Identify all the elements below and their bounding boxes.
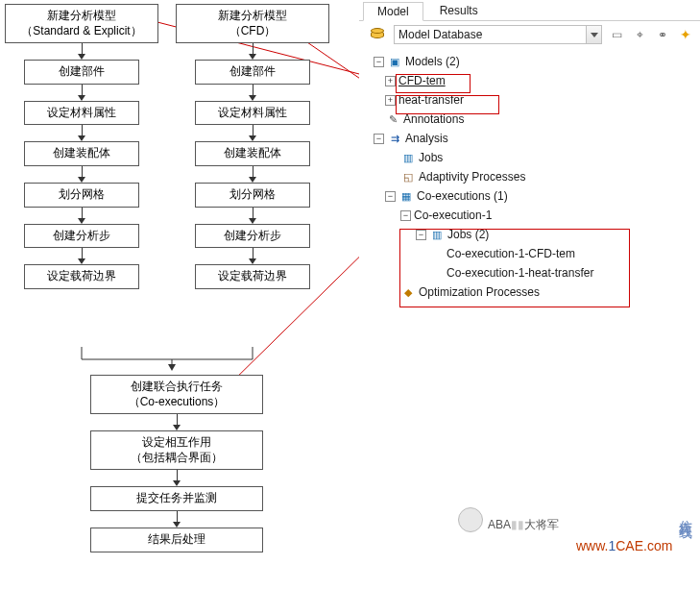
node-load-b: 设定载荷边界 <box>195 264 310 289</box>
node-interaction: 设定相互作用 （包括耦合界面） <box>90 430 263 470</box>
node-new-model-cfd: 新建分析模型 （CFD） <box>176 4 329 43</box>
tree-models[interactable]: Models (2) <box>405 55 460 68</box>
flow-merged: 创建联合执行任务 （Co-executions） 设定相互作用 （包括耦合界面）… <box>90 367 263 552</box>
node-assembly-b: 创建装配体 <box>195 141 310 166</box>
tab-results[interactable]: Results <box>425 1 493 20</box>
node-assembly-a: 创建装配体 <box>24 141 139 166</box>
tree-coexec-jobs[interactable]: Jobs (2) <box>447 228 489 241</box>
tree-analysis[interactable]: Analysis <box>405 132 448 145</box>
model-database-combo[interactable]: Model Database <box>394 25 602 44</box>
chevron-down-icon[interactable] <box>586 26 601 43</box>
node-create-part-b: 创建部件 <box>195 60 310 85</box>
coexec-jobs-icon: ▥ <box>429 228 445 241</box>
tab-model[interactable]: Model <box>363 2 423 21</box>
tree-coexec-job2[interactable]: Co-execution-1-heat-transfer <box>447 266 593 280</box>
tree-annotations[interactable]: Annotations <box>403 112 464 126</box>
watermark-side: 仿真在线 <box>677 509 694 517</box>
link-icon[interactable]: ⚭ <box>654 26 671 43</box>
jobs-icon: ▥ <box>400 151 416 164</box>
node-mesh-a: 划分网格 <box>24 183 139 208</box>
node-step-a: 创建分析步 <box>24 224 139 249</box>
watermark-site: www.1CAE.com <box>576 538 672 553</box>
tree-optimization[interactable]: Optimization Processes <box>419 285 540 299</box>
node-material-a: 设定材料属性 <box>24 101 139 126</box>
combo-label: Model Database <box>395 28 586 41</box>
node-new-model-std: 新建分析模型 （Standard & Explicit） <box>5 4 158 43</box>
flow-col-standard: 新建分析模型 （Standard & Explicit） 创建部件 设定材料属性… <box>5 4 158 289</box>
expand-analysis[interactable]: − <box>374 134 384 144</box>
expand-model2[interactable]: + <box>385 95 396 106</box>
tree-model-cfd[interactable]: CFD-tem <box>398 74 446 87</box>
wechat-logo-icon <box>458 507 483 532</box>
node-create-part-a: 创建部件 <box>24 60 139 85</box>
expand-models[interactable]: − <box>374 57 384 67</box>
tree-coexec-job1[interactable]: Co-execution-1-CFD-tem <box>447 247 575 260</box>
models-icon: ▣ <box>387 55 402 68</box>
tree-adaptivity[interactable]: Adaptivity Processes <box>419 170 525 184</box>
node-load-a: 设定载荷边界 <box>24 264 139 289</box>
tabs: Model Results <box>359 0 700 21</box>
model-tree-panel: Model Results Model Database ▭ ⌖ ⚭ ✦ − ▣… <box>359 0 700 589</box>
node-material-b: 设定材料属性 <box>195 101 310 126</box>
tree-coexec[interactable]: Co-executions (1) <box>417 189 508 203</box>
analysis-icon: ⇉ <box>387 132 402 145</box>
tree-coexec1[interactable]: Co-execution-1 <box>414 209 492 222</box>
database-icon <box>371 28 388 41</box>
flow-col-cfd: 新建分析模型 （CFD） 创建部件 设定材料属性 创建装配体 划分网格 创建分析… <box>176 4 329 289</box>
model-tree: − ▣ Models (2) + CFD-tem + heat-transfer… <box>359 50 700 302</box>
coexec-icon: ▦ <box>398 189 414 203</box>
expand-coexec-jobs[interactable]: − <box>416 230 426 240</box>
tree-model-heat[interactable]: heat-transfer <box>398 93 464 107</box>
expand-coexec[interactable]: − <box>385 191 396 202</box>
tips-icon[interactable]: ✦ <box>677 26 694 43</box>
node-postproc: 结果后处理 <box>90 528 263 552</box>
watermark-wechat: ABA▮▮大将军 <box>488 517 559 533</box>
filter-icon[interactable]: ⌖ <box>631 26 648 43</box>
tree-jobs[interactable]: Jobs <box>419 151 443 164</box>
expand-coexec1[interactable]: − <box>400 210 411 221</box>
adaptivity-icon: ◱ <box>400 170 416 184</box>
set-path-icon[interactable]: ▭ <box>608 26 625 43</box>
optimization-icon: ◆ <box>400 285 416 299</box>
tree-toolbar: Model Database ▭ ⌖ ⚭ ✦ <box>359 21 700 50</box>
node-mesh-b: 划分网格 <box>195 183 310 208</box>
node-coexec: 创建联合执行任务 （Co-executions） <box>90 375 263 414</box>
node-submit: 提交任务并监测 <box>90 486 263 511</box>
annotations-icon: ✎ <box>385 112 400 126</box>
node-step-b: 创建分析步 <box>195 224 310 249</box>
expand-model1[interactable]: + <box>385 76 396 86</box>
